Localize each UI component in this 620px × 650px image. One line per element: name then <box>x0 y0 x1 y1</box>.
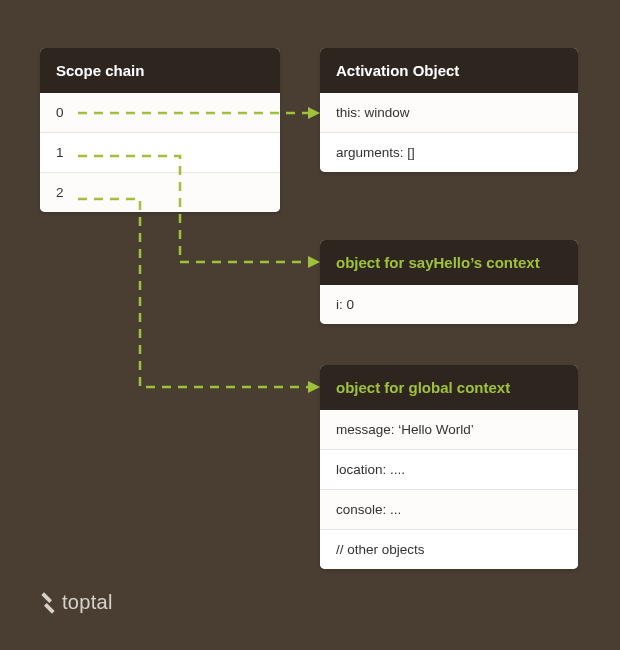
scope-row-2: 2 <box>40 173 280 212</box>
global-row-other: // other objects <box>320 530 578 569</box>
activation-row-this: this: window <box>320 93 578 133</box>
global-context-box: object for global context message: ‘Hell… <box>320 365 578 569</box>
arrow-2-icon <box>308 381 320 393</box>
activation-row-arguments: arguments: [] <box>320 133 578 172</box>
global-row-location: location: .... <box>320 450 578 490</box>
scope-chain-box: Scope chain 0 1 2 <box>40 48 280 212</box>
sayhello-context-box: object for sayHello’s context i: 0 <box>320 240 578 324</box>
global-row-console: console: ... <box>320 490 578 530</box>
sayhello-context-title: object for sayHello’s context <box>320 240 578 285</box>
arrow-0-icon <box>308 107 320 119</box>
activation-object-title: Activation Object <box>320 48 578 93</box>
toptal-logo: toptal <box>40 591 113 614</box>
global-row-message: message: ‘Hello World’ <box>320 410 578 450</box>
scope-row-1: 1 <box>40 133 280 173</box>
activation-object-box: Activation Object this: window arguments… <box>320 48 578 172</box>
scope-chain-title: Scope chain <box>40 48 280 93</box>
sayhello-row-i: i: 0 <box>320 285 578 324</box>
arrow-1-icon <box>308 256 320 268</box>
global-context-title: object for global context <box>320 365 578 410</box>
connector-2 <box>78 199 308 387</box>
toptal-logo-icon <box>40 592 56 614</box>
scope-row-0: 0 <box>40 93 280 133</box>
toptal-logo-text: toptal <box>62 591 113 614</box>
